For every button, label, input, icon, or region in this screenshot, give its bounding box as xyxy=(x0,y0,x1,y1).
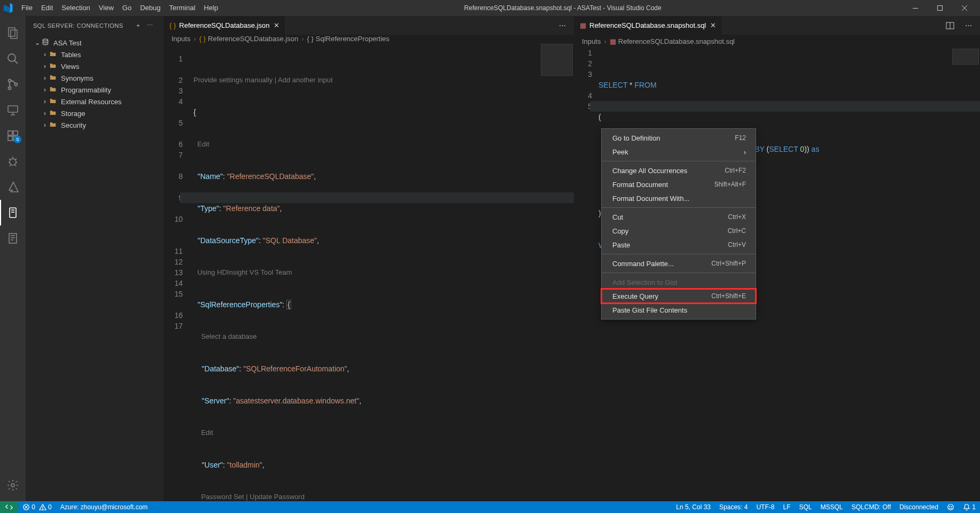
remote-indicator[interactable] xyxy=(0,501,18,513)
eol[interactable]: LF xyxy=(779,503,795,511)
cursor-position[interactable]: Ln 5, Col 33 xyxy=(672,503,715,511)
feedback-icon[interactable] xyxy=(943,503,959,511)
tree-root[interactable]: ⌄ ASA Test xyxy=(26,37,164,49)
tree-root-label: ASA Test xyxy=(53,39,82,47)
folder-icon xyxy=(49,50,58,59)
close-icon[interactable]: ✕ xyxy=(274,21,279,29)
context-menu-item[interactable]: Command Palette...Ctrl+Shift+P xyxy=(602,256,756,270)
menu-file[interactable]: File xyxy=(17,0,37,16)
context-menu-item[interactable]: CutCtrl+X xyxy=(602,210,756,224)
sql-file-icon: ▦ xyxy=(610,37,616,45)
connection-status[interactable]: Disconnected xyxy=(895,503,943,511)
menu-selection[interactable]: Selection xyxy=(57,0,94,16)
minimize-button[interactable] xyxy=(903,0,928,16)
menu-debug[interactable]: Debug xyxy=(136,0,165,16)
svg-point-10 xyxy=(9,80,11,82)
menu-go[interactable]: Go xyxy=(118,0,136,16)
azure-account[interactable]: Azure: zhouyu@microsoft.com xyxy=(56,503,152,511)
context-menu-item[interactable]: PasteCtrl+V xyxy=(602,238,756,252)
editor-more-icon[interactable]: ⋯ xyxy=(961,21,976,29)
notifications-icon[interactable]: 1 xyxy=(959,503,980,511)
breadcrumb-item[interactable]: ReferenceSQLDatabase.snapshot.sql xyxy=(618,37,735,45)
sidebar-header: SQL SERVER: CONNECTIONS ＋ ⋯ xyxy=(26,16,164,35)
folder-icon xyxy=(49,62,58,71)
close-icon[interactable]: ✕ xyxy=(710,21,716,29)
svg-point-45 xyxy=(950,507,950,507)
sql-server-icon[interactable] xyxy=(0,200,26,226)
tab-sql[interactable]: ▦ ReferenceSQLDatabase.snapshot.sql ✕ xyxy=(574,16,722,35)
chevron-right-icon: › xyxy=(41,98,49,105)
minimap-left[interactable] xyxy=(541,44,573,76)
editor-more-icon[interactable]: ⋯ xyxy=(555,21,570,29)
breadcrumb-item[interactable]: Inputs xyxy=(582,37,601,45)
debug-icon[interactable] xyxy=(0,149,26,174)
tab-bar-right: ▦ ReferenceSQLDatabase.snapshot.sql ✕ ⋯ xyxy=(574,16,980,35)
encoding[interactable]: UTF-8 xyxy=(752,503,779,511)
tab-label: ReferenceSQLDatabase.json xyxy=(179,21,269,29)
context-menu-item[interactable]: Execute QueryCtrl+Shift+E xyxy=(602,289,756,303)
azure-icon[interactable] xyxy=(0,174,26,200)
context-menu-item[interactable]: Go to DefinitionF12 xyxy=(602,131,756,145)
breadcrumb-left[interactable]: Inputs› { }ReferenceSQLDatabase.json› { … xyxy=(164,35,574,43)
svg-rect-2 xyxy=(913,8,918,9)
tree-label: External Resources xyxy=(61,98,121,106)
code-content-left[interactable]: Provide settings manually | Add another … xyxy=(193,43,574,513)
menu-terminal[interactable]: Terminal xyxy=(165,0,199,16)
breadcrumb-item[interactable]: Inputs xyxy=(172,35,190,43)
vscode-logo-icon xyxy=(3,3,13,13)
problems-indicator[interactable]: 0 0 xyxy=(18,503,56,511)
breadcrumb-item[interactable]: ReferenceSQLDatabase.json xyxy=(208,35,298,43)
tree-item-views[interactable]: ›Views xyxy=(26,60,164,72)
close-button[interactable] xyxy=(952,0,977,16)
folder-icon xyxy=(49,74,58,82)
tree-item-security[interactable]: ›Security xyxy=(26,119,164,131)
bookmarks-icon[interactable] xyxy=(0,226,26,251)
context-menu-item[interactable]: CopyCtrl+C xyxy=(602,224,756,238)
db-provider[interactable]: MSSQL xyxy=(816,503,847,511)
tree-item-synonyms[interactable]: ›Synonyms xyxy=(26,72,164,84)
menu-help[interactable]: Help xyxy=(200,0,223,16)
menu-view[interactable]: View xyxy=(95,0,118,16)
context-menu-item[interactable]: Format Document With... xyxy=(602,191,756,205)
split-editor-icon[interactable] xyxy=(946,21,961,30)
sidebar-more-icon[interactable]: ⋯ xyxy=(144,22,156,29)
search-icon[interactable] xyxy=(0,46,26,72)
sqlcmd-mode[interactable]: SQLCMD: Off xyxy=(847,503,895,511)
indentation[interactable]: Spaces: 4 xyxy=(715,503,752,511)
remote-explorer-icon[interactable] xyxy=(0,97,26,123)
chevron-right-icon: › xyxy=(41,121,49,129)
explorer-icon[interactable] xyxy=(0,20,26,46)
source-control-icon[interactable] xyxy=(0,72,26,97)
chevron-right-icon: › xyxy=(41,86,49,94)
folder-icon xyxy=(49,109,58,118)
title-bar: File Edit Selection View Go Debug Termin… xyxy=(0,0,980,16)
language-mode[interactable]: SQL xyxy=(795,503,816,511)
connections-tree: ⌄ ASA Test ›Tables ›Views ›Synonyms ›Pro… xyxy=(26,35,164,133)
settings-gear-icon[interactable] xyxy=(0,472,26,498)
menu-edit[interactable]: Edit xyxy=(37,0,57,16)
tree-item-programmability[interactable]: ›Programmability xyxy=(26,84,164,96)
extensions-icon[interactable]: 5 xyxy=(0,123,26,149)
window-title: ReferenceSQLDatabase.snapshot.sql - ASAT… xyxy=(222,4,903,12)
breadcrumb-item[interactable]: SqlReferenceProperties xyxy=(316,35,390,43)
tree-item-storage[interactable]: ›Storage xyxy=(26,107,164,119)
folder-icon xyxy=(49,97,58,106)
context-menu-item[interactable]: Change All OccurrencesCtrl+F2 xyxy=(602,164,756,177)
json-file-icon: { } xyxy=(199,35,206,43)
svg-rect-17 xyxy=(8,136,12,141)
maximize-button[interactable] xyxy=(928,0,952,16)
context-menu-item[interactable]: Paste Gist File Contents xyxy=(602,303,756,317)
tree-item-tables[interactable]: ›Tables xyxy=(26,49,164,60)
context-menu-item[interactable]: Peek› xyxy=(602,145,756,159)
add-connection-icon[interactable]: ＋ xyxy=(133,21,144,29)
json-file-icon: { } xyxy=(169,21,176,29)
svg-point-35 xyxy=(11,484,14,487)
tab-json[interactable]: { } ReferenceSQLDatabase.json ✕ xyxy=(164,16,285,35)
tree-item-external-resources[interactable]: ›External Resources xyxy=(26,96,164,107)
breadcrumb-right[interactable]: Inputs› ▦ReferenceSQLDatabase.snapshot.s… xyxy=(574,35,980,48)
context-menu-item[interactable]: Format DocumentShift+Alt+F xyxy=(602,177,756,191)
svg-line-9 xyxy=(14,60,18,64)
code-area-left[interactable]: 1 2 3 4 5 6 7 8 9 10 xyxy=(164,43,574,513)
minimap-right[interactable] xyxy=(952,49,979,65)
tree-label: Tables xyxy=(61,51,81,59)
